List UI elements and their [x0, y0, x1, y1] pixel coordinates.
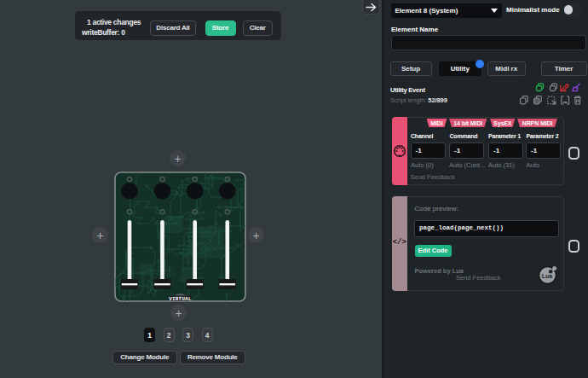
svg-text:VIRTUAL: VIRTUAL — [169, 295, 192, 301]
svg-text:Lua: Lua — [542, 273, 553, 279]
